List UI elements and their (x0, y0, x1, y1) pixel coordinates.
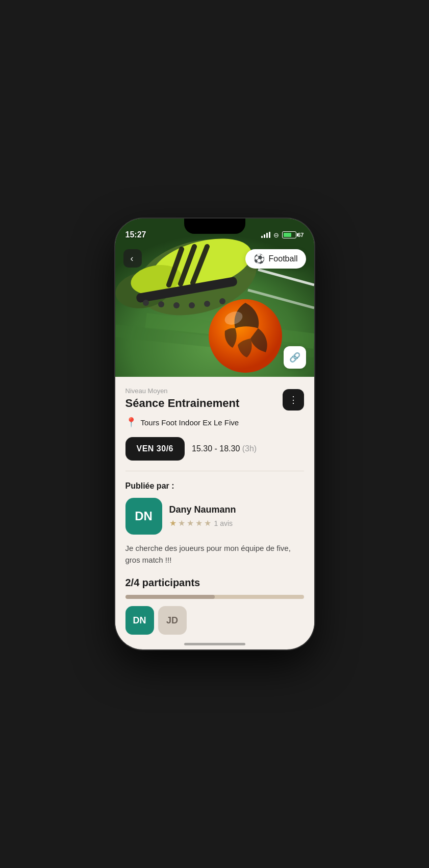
content-header: Niveau Moyen Séance Entrainement ⋮ (125, 387, 304, 411)
star-5: ★ (204, 518, 211, 528)
svg-point-13 (143, 300, 149, 306)
publisher-name: Dany Naumann (169, 504, 304, 515)
star-2: ★ (178, 518, 185, 528)
svg-point-16 (189, 302, 195, 308)
participant-initials-jd: JD (166, 615, 178, 626)
publisher-info: Dany Naumann ★ ★ ★ ★ ★ 1 avis (169, 504, 304, 528)
wifi-icon: ⊖ (273, 231, 279, 239)
description-text: Je cherche des joueurs pour mon équipe d… (125, 543, 304, 566)
svg-point-15 (173, 302, 180, 308)
rating-row: ★ ★ ★ ★ ★ 1 avis (169, 518, 304, 528)
participant-avatar-dn: DN (125, 606, 154, 635)
more-dots-icon: ⋮ (289, 395, 298, 404)
date-badge: VEN 30/6 (125, 437, 185, 461)
review-count: 1 avis (214, 519, 233, 527)
scrollable-content[interactable]: Niveau Moyen Séance Entrainement ⋮ 📍 Tou… (115, 377, 314, 649)
sport-badge-icon: ⚽ (254, 253, 265, 264)
back-button[interactable]: ‹ (123, 249, 142, 268)
status-icons: ⊖ 67 (261, 231, 304, 239)
participant-initials-dn: DN (133, 615, 146, 626)
date-time-row: VEN 30/6 15.30 - 18.30 (3h) (125, 437, 304, 461)
star-1: ★ (169, 518, 176, 528)
stars: ★ ★ ★ ★ ★ (169, 518, 211, 528)
signal-bar-4 (269, 232, 270, 238)
home-indicator (184, 643, 245, 645)
title-area: Niveau Moyen Séance Entrainement (125, 387, 276, 410)
participants-title: 2/4 participants (125, 577, 304, 589)
progress-bar-fill (125, 595, 215, 599)
more-options-button[interactable]: ⋮ (283, 389, 304, 411)
publisher-row: DN Dany Naumann ★ ★ ★ ★ ★ 1 a (125, 498, 304, 535)
time-info: 15.30 - 18.30 (3h) (192, 444, 257, 453)
notch (184, 219, 245, 234)
location-row: 📍 Tours Foot Indoor Ex Le Five (125, 417, 304, 428)
divider (125, 471, 304, 471)
star-4: ★ (195, 518, 203, 528)
signal-bars-icon (261, 232, 270, 238)
status-time: 15:27 (125, 230, 146, 239)
date-badge-text: VEN 30/6 (137, 444, 173, 453)
time-range: 15.30 - 18.30 (3h) (192, 444, 257, 453)
publisher-avatar: DN (125, 498, 162, 535)
progress-bar (125, 595, 304, 599)
star-3: ★ (187, 518, 194, 528)
phone-frame: 15:27 ⊖ 67 (115, 219, 314, 649)
signal-bar-1 (261, 236, 263, 238)
sport-badge-text: Football (269, 254, 298, 263)
published-by-label: Publiée par : (125, 481, 304, 491)
battery-container: 67 (282, 231, 304, 238)
signal-bar-2 (264, 234, 265, 238)
content-area: Niveau Moyen Séance Entrainement ⋮ 📍 Tou… (115, 377, 314, 645)
participants-avatars: DN JD (125, 606, 304, 635)
link-icon: 🔗 (289, 352, 300, 363)
battery-fill (284, 233, 291, 237)
back-arrow-icon: ‹ (131, 254, 134, 263)
link-button[interactable]: 🔗 (284, 346, 306, 369)
phone-screen: 15:27 ⊖ 67 (115, 219, 314, 649)
session-title: Séance Entrainement (125, 397, 276, 410)
svg-point-17 (204, 301, 210, 307)
participant-avatar-jd: JD (158, 606, 187, 635)
svg-point-14 (158, 301, 164, 307)
publisher-initials: DN (135, 509, 153, 523)
sport-badge: ⚽ Football (245, 249, 306, 269)
battery-icon (282, 231, 296, 238)
level-text: Niveau Moyen (125, 387, 276, 395)
svg-point-18 (219, 298, 225, 304)
location-text: Tours Foot Indoor Ex Le Five (141, 418, 239, 427)
signal-bar-3 (266, 233, 268, 238)
location-pin-icon: 📍 (125, 417, 137, 428)
